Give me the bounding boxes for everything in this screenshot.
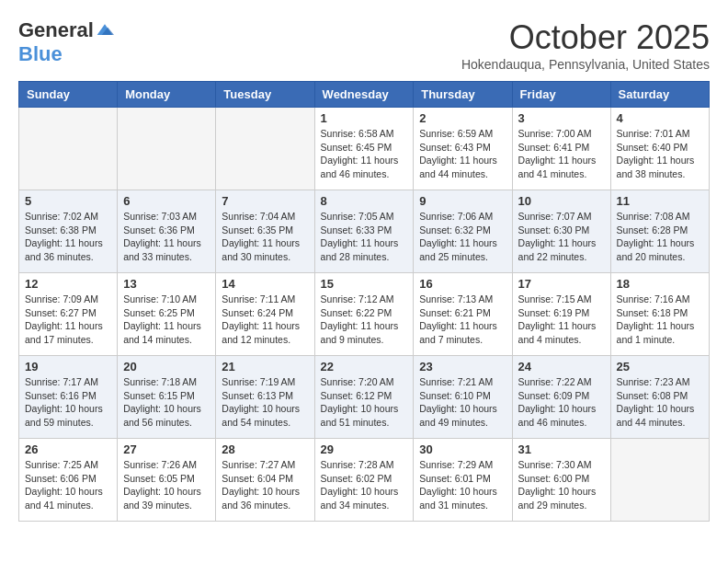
calendar-day-cell: 17Sunrise: 7:15 AM Sunset: 6:19 PM Dayli… (512, 273, 610, 356)
logo-icon (96, 21, 114, 40)
calendar-week-row: 19Sunrise: 7:17 AM Sunset: 6:16 PM Dayli… (19, 356, 710, 439)
day-number: 29 (321, 442, 408, 456)
day-info: Sunrise: 7:23 AM Sunset: 6:08 PM Dayligh… (617, 375, 703, 430)
day-number: 4 (617, 111, 703, 125)
calendar-day-cell: 29Sunrise: 7:28 AM Sunset: 6:02 PM Dayli… (314, 439, 414, 522)
calendar-day-cell: 1Sunrise: 6:58 AM Sunset: 6:45 PM Daylig… (314, 108, 414, 190)
day-number: 28 (222, 442, 308, 456)
day-info: Sunrise: 7:05 AM Sunset: 6:33 PM Dayligh… (321, 210, 408, 264)
calendar-week-row: 1Sunrise: 6:58 AM Sunset: 6:45 PM Daylig… (19, 108, 710, 190)
day-info: Sunrise: 7:27 AM Sunset: 6:04 PM Dayligh… (222, 458, 308, 512)
calendar-day-cell: 27Sunrise: 7:26 AM Sunset: 6:05 PM Dayli… (118, 439, 216, 522)
day-info: Sunrise: 7:21 AM Sunset: 6:10 PM Dayligh… (419, 375, 506, 430)
day-info: Sunrise: 7:18 AM Sunset: 6:15 PM Dayligh… (123, 375, 210, 430)
day-number: 20 (123, 360, 210, 373)
day-number: 23 (419, 360, 506, 373)
title-area: October 2025 Hokendauqua, Pennsylvania, … (461, 18, 710, 72)
day-number: 2 (419, 111, 506, 125)
day-number: 7 (222, 194, 308, 208)
day-number: 24 (518, 360, 605, 373)
day-number: 3 (518, 111, 605, 125)
calendar-day-cell (610, 439, 709, 522)
day-info: Sunrise: 7:16 AM Sunset: 6:18 PM Dayligh… (617, 293, 703, 347)
day-info: Sunrise: 7:30 AM Sunset: 6:00 PM Dayligh… (518, 458, 605, 512)
calendar-day-cell: 9Sunrise: 7:06 AM Sunset: 6:32 PM Daylig… (414, 190, 512, 273)
day-info: Sunrise: 7:01 AM Sunset: 6:40 PM Dayligh… (617, 127, 703, 181)
day-number: 21 (222, 360, 308, 373)
calendar-day-cell: 23Sunrise: 7:21 AM Sunset: 6:10 PM Dayli… (414, 356, 512, 439)
day-info: Sunrise: 6:59 AM Sunset: 6:43 PM Dayligh… (419, 127, 506, 181)
calendar-day-cell: 26Sunrise: 7:25 AM Sunset: 6:06 PM Dayli… (19, 439, 118, 522)
day-number: 19 (25, 360, 111, 373)
calendar-day-header: Tuesday (216, 82, 314, 108)
day-info: Sunrise: 7:28 AM Sunset: 6:02 PM Dayligh… (321, 458, 408, 512)
location-text: Hokendauqua, Pennsylvania, United States (461, 57, 710, 72)
calendar-day-cell: 13Sunrise: 7:10 AM Sunset: 6:25 PM Dayli… (118, 273, 216, 356)
day-number: 25 (617, 360, 703, 373)
calendar-day-cell: 20Sunrise: 7:18 AM Sunset: 6:15 PM Dayli… (118, 356, 216, 439)
calendar-day-cell: 3Sunrise: 7:00 AM Sunset: 6:41 PM Daylig… (512, 108, 610, 190)
day-number: 8 (321, 194, 408, 208)
day-number: 6 (123, 194, 210, 208)
calendar-day-cell: 10Sunrise: 7:07 AM Sunset: 6:30 PM Dayli… (512, 190, 610, 273)
day-info: Sunrise: 7:22 AM Sunset: 6:09 PM Dayligh… (518, 375, 605, 430)
calendar-day-cell: 24Sunrise: 7:22 AM Sunset: 6:09 PM Dayli… (512, 356, 610, 439)
day-info: Sunrise: 7:15 AM Sunset: 6:19 PM Dayligh… (518, 293, 605, 347)
logo-blue-text: Blue (18, 42, 63, 66)
calendar-day-cell: 5Sunrise: 7:02 AM Sunset: 6:38 PM Daylig… (19, 190, 118, 273)
day-info: Sunrise: 7:00 AM Sunset: 6:41 PM Dayligh… (518, 127, 605, 181)
calendar-day-header: Saturday (610, 82, 709, 108)
calendar-day-cell (118, 108, 216, 190)
day-info: Sunrise: 7:25 AM Sunset: 6:06 PM Dayligh… (25, 458, 111, 512)
calendar-day-cell: 11Sunrise: 7:08 AM Sunset: 6:28 PM Dayli… (610, 190, 709, 273)
day-info: Sunrise: 6:58 AM Sunset: 6:45 PM Dayligh… (321, 127, 408, 181)
day-number: 14 (222, 277, 308, 291)
logo: General Blue (18, 18, 114, 66)
day-number: 26 (25, 442, 111, 456)
day-info: Sunrise: 7:13 AM Sunset: 6:21 PM Dayligh… (419, 293, 506, 347)
calendar-day-cell: 16Sunrise: 7:13 AM Sunset: 6:21 PM Dayli… (414, 273, 512, 356)
day-number: 31 (518, 442, 605, 456)
day-number: 1 (321, 111, 408, 125)
day-number: 22 (321, 360, 408, 373)
day-info: Sunrise: 7:06 AM Sunset: 6:32 PM Dayligh… (419, 210, 506, 264)
calendar-day-cell: 31Sunrise: 7:30 AM Sunset: 6:00 PM Dayli… (512, 439, 610, 522)
day-number: 16 (419, 277, 506, 291)
day-number: 27 (123, 442, 210, 456)
calendar-day-cell: 25Sunrise: 7:23 AM Sunset: 6:08 PM Dayli… (610, 356, 709, 439)
page-header: General Blue October 2025 Hokendauqua, P… (18, 18, 710, 72)
calendar-day-cell (216, 108, 314, 190)
day-info: Sunrise: 7:20 AM Sunset: 6:12 PM Dayligh… (321, 375, 408, 430)
day-number: 11 (617, 194, 703, 208)
calendar-day-cell: 21Sunrise: 7:19 AM Sunset: 6:13 PM Dayli… (216, 356, 314, 439)
day-number: 9 (419, 194, 506, 208)
calendar-day-cell: 30Sunrise: 7:29 AM Sunset: 6:01 PM Dayli… (414, 439, 512, 522)
calendar-day-cell: 8Sunrise: 7:05 AM Sunset: 6:33 PM Daylig… (314, 190, 414, 273)
day-number: 5 (25, 194, 111, 208)
day-info: Sunrise: 7:03 AM Sunset: 6:36 PM Dayligh… (123, 210, 210, 264)
calendar-day-cell: 19Sunrise: 7:17 AM Sunset: 6:16 PM Dayli… (19, 356, 118, 439)
day-number: 10 (518, 194, 605, 208)
calendar-day-cell: 4Sunrise: 7:01 AM Sunset: 6:40 PM Daylig… (610, 108, 709, 190)
day-info: Sunrise: 7:09 AM Sunset: 6:27 PM Dayligh… (25, 293, 111, 347)
calendar-day-cell: 18Sunrise: 7:16 AM Sunset: 6:18 PM Dayli… (610, 273, 709, 356)
day-info: Sunrise: 7:17 AM Sunset: 6:16 PM Dayligh… (25, 375, 111, 430)
calendar-week-row: 12Sunrise: 7:09 AM Sunset: 6:27 PM Dayli… (19, 273, 710, 356)
day-number: 18 (617, 277, 703, 291)
day-number: 30 (419, 442, 506, 456)
calendar-week-row: 26Sunrise: 7:25 AM Sunset: 6:06 PM Dayli… (19, 439, 710, 522)
calendar-day-header: Thursday (414, 82, 512, 108)
day-info: Sunrise: 7:11 AM Sunset: 6:24 PM Dayligh… (222, 293, 308, 347)
day-info: Sunrise: 7:19 AM Sunset: 6:13 PM Dayligh… (222, 375, 308, 430)
calendar-day-cell: 12Sunrise: 7:09 AM Sunset: 6:27 PM Dayli… (19, 273, 118, 356)
day-info: Sunrise: 7:29 AM Sunset: 6:01 PM Dayligh… (419, 458, 506, 512)
calendar-day-cell: 22Sunrise: 7:20 AM Sunset: 6:12 PM Dayli… (314, 356, 414, 439)
calendar-day-header: Wednesday (314, 82, 414, 108)
day-info: Sunrise: 7:08 AM Sunset: 6:28 PM Dayligh… (617, 210, 703, 264)
day-info: Sunrise: 7:26 AM Sunset: 6:05 PM Dayligh… (123, 458, 210, 512)
day-info: Sunrise: 7:02 AM Sunset: 6:38 PM Dayligh… (25, 210, 111, 264)
calendar-day-cell: 28Sunrise: 7:27 AM Sunset: 6:04 PM Dayli… (216, 439, 314, 522)
calendar-day-header: Sunday (19, 82, 118, 108)
day-info: Sunrise: 7:04 AM Sunset: 6:35 PM Dayligh… (222, 210, 308, 264)
calendar-week-row: 5Sunrise: 7:02 AM Sunset: 6:38 PM Daylig… (19, 190, 710, 273)
